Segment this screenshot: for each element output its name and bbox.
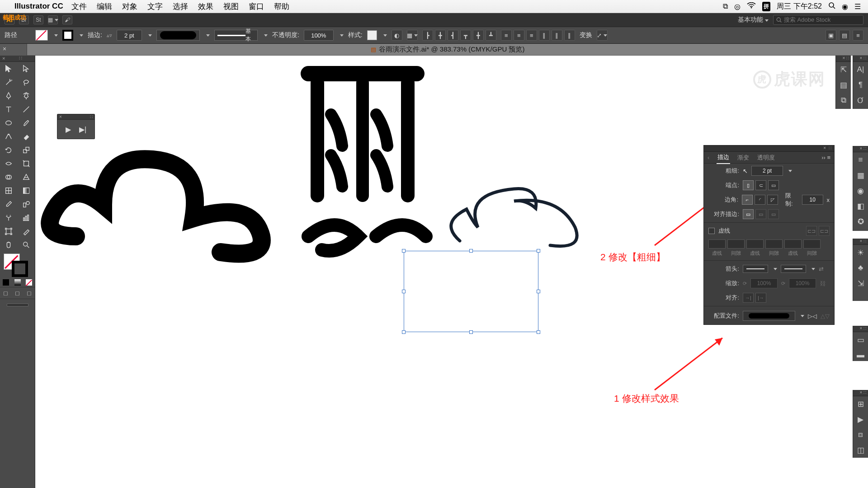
fill-swatch[interactable] (35, 30, 48, 41)
spotlight-icon[interactable] (828, 2, 835, 11)
gradient-tool[interactable] (18, 184, 35, 197)
lasso-tool[interactable] (18, 75, 35, 89)
edit-contents-icon[interactable]: ▤ (839, 30, 850, 41)
arrow-scale-end[interactable]: 100% (789, 278, 816, 288)
menu-window[interactable]: 窗口 (249, 1, 264, 12)
opentype-panel-icon[interactable]: Ơ (853, 93, 868, 108)
stroke-swatch[interactable] (62, 30, 73, 41)
transform-panel-icon[interactable]: ⤢ (597, 30, 608, 41)
align-hcenter-icon[interactable]: ╋ (435, 30, 446, 41)
handle-bm[interactable] (469, 330, 473, 334)
mini-panel-close-icon[interactable]: × (59, 114, 62, 119)
links-panel-icon[interactable]: ⧈ (853, 427, 868, 442)
brush-dropdown-icon[interactable] (264, 34, 268, 37)
align-top-icon[interactable]: ┳ (460, 30, 471, 41)
eraser-tool[interactable] (18, 130, 35, 143)
join-round[interactable]: ◜ (755, 195, 765, 205)
toolbox-header[interactable]: × ∷ (0, 56, 35, 62)
shape-builder-tool[interactable] (0, 170, 18, 184)
workspace-switcher[interactable]: 基本功能 (738, 16, 769, 24)
align-stroke-inside[interactable]: ▭ (755, 209, 766, 219)
export-assets-icon[interactable]: ⇱ (836, 62, 851, 77)
flip-profile-icon[interactable]: ▷◁ (808, 313, 817, 319)
dash-preserve-icon[interactable]: ⊏⊐ (806, 226, 817, 236)
style-dropdown-icon[interactable] (383, 34, 387, 37)
handle-br[interactable] (537, 330, 540, 334)
artboards-icon[interactable]: ⧉ (836, 93, 851, 108)
stroke-box[interactable] (12, 261, 28, 277)
slice-tool[interactable] (18, 225, 35, 238)
menu-help[interactable]: 帮助 (274, 1, 289, 12)
document-tab[interactable] (0, 44, 27, 56)
isolate-icon[interactable]: ▣ (826, 30, 836, 41)
menu-effect[interactable]: 效果 (198, 1, 213, 12)
hand-tool[interactable] (0, 238, 18, 252)
screen-mode-button[interactable] (0, 299, 35, 310)
symbols-panel-icon[interactable]: ✪ (853, 214, 868, 229)
gradient-panel-icon[interactable]: ◧ (853, 198, 868, 214)
menu-type[interactable]: 文字 (147, 1, 163, 12)
gap-1[interactable] (727, 239, 745, 249)
join-bevel[interactable]: ◸ (767, 195, 778, 205)
width-profile-control[interactable] (156, 30, 200, 41)
rdock5-header[interactable]: × ∷ (853, 390, 868, 396)
color-panel-icon[interactable]: ▦ (853, 168, 868, 183)
selection-bbox[interactable] (404, 251, 538, 332)
align-stroke-center[interactable]: ▭ (743, 209, 754, 219)
char-panel-icon[interactable]: A| (853, 62, 868, 77)
dist-bottom-icon[interactable]: ≡ (526, 30, 537, 41)
actions-panel-icon[interactable]: ▶ (853, 412, 868, 427)
cap-round[interactable]: ⊂ (755, 180, 766, 190)
tab-gradient[interactable]: 渐变 (736, 152, 750, 164)
rdock2-header[interactable]: × ∷ (853, 146, 868, 152)
blend-tool[interactable] (18, 197, 35, 211)
menu-object[interactable]: 对象 (122, 1, 137, 12)
free-transform-tool[interactable] (18, 157, 35, 170)
menu-file[interactable]: 文件 (71, 1, 87, 12)
handle-tr[interactable] (537, 249, 540, 253)
eyedropper-tool[interactable] (0, 197, 18, 211)
properties-panel-icon[interactable]: ≡ (853, 152, 868, 168)
arrow-end[interactable] (781, 265, 806, 273)
width-profile-dropdown-icon[interactable] (206, 34, 210, 37)
zoom-tool[interactable] (18, 238, 35, 252)
rotate-tool[interactable] (0, 143, 18, 157)
adobe-stock-search[interactable]: 搜索 Adobe Stock (773, 15, 863, 25)
arrow-start-dd[interactable] (774, 268, 777, 270)
stroke-weight-field[interactable]: 2 pt (117, 30, 142, 41)
mesh-tool[interactable] (0, 184, 18, 197)
magic-wand-tool[interactable] (0, 75, 18, 89)
draw-normal-icon[interactable]: ◻ (0, 287, 12, 299)
type-tool[interactable] (0, 103, 18, 116)
swatches-panel-icon[interactable]: ◉ (853, 183, 868, 198)
appearance-panel-icon[interactable]: ☀ (853, 245, 868, 260)
selection-tool[interactable] (0, 62, 18, 75)
align-left-icon[interactable]: ┣ (422, 30, 433, 41)
limit-input[interactable]: 10 (802, 195, 823, 205)
ellipse-tool[interactable] (0, 116, 18, 130)
dist-top-icon[interactable]: ≡ (501, 30, 512, 41)
weight-dropdown-icon[interactable] (788, 170, 792, 172)
handle-tl[interactable] (402, 249, 406, 253)
dist-hcenter-icon[interactable]: ∥ (552, 30, 562, 41)
mini-panel-grip-icon[interactable]: ∷ (90, 114, 93, 119)
menu-view[interactable]: 视图 (223, 1, 239, 12)
opacity-field[interactable]: 100% (304, 30, 334, 41)
scale-tool[interactable] (18, 143, 35, 157)
brushes-panel-icon[interactable]: ▭ (853, 332, 868, 347)
cap-square[interactable]: ▭ (768, 180, 779, 190)
paintbrush-tool[interactable] (18, 116, 35, 130)
align-bottom-icon[interactable]: ┻ (486, 30, 496, 41)
notification-icon[interactable]: ☰ (854, 2, 861, 11)
stock-button[interactable]: St (33, 15, 43, 24)
column-graph-tool[interactable] (18, 211, 35, 225)
mini-skip-icon[interactable]: ▶| (79, 125, 86, 134)
transform-label[interactable]: 变换 (580, 31, 592, 39)
rdock4-header[interactable]: × ∷ (853, 326, 868, 332)
opacity-dropdown-icon[interactable] (340, 34, 344, 37)
color-mode-none[interactable] (23, 278, 35, 287)
cap-butt[interactable]: ▯ (743, 180, 754, 190)
artboard-tool[interactable] (0, 225, 18, 238)
dash-3[interactable] (784, 239, 802, 249)
pen-tool[interactable] (0, 89, 18, 103)
